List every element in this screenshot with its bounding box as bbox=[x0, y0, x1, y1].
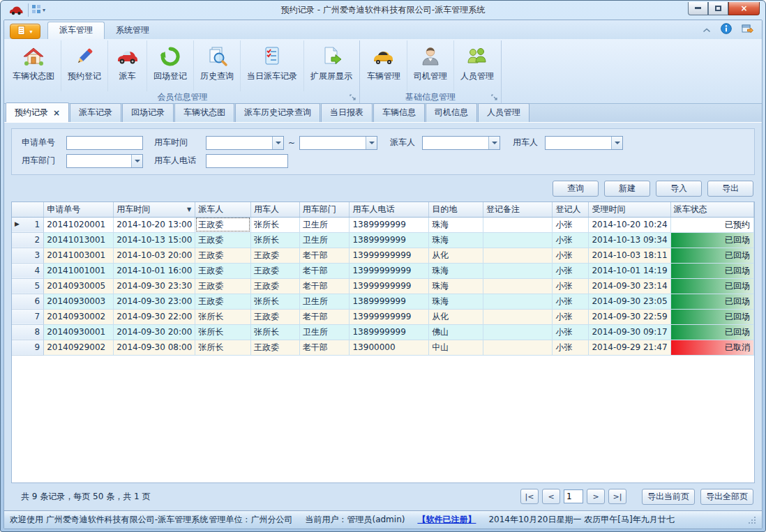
row-header[interactable]: 9 bbox=[12, 340, 44, 355]
grid-cell[interactable]: 王政委 bbox=[195, 278, 251, 294]
ribbon-button[interactable]: 人员管理 bbox=[454, 40, 500, 91]
ribbon-button[interactable]: 司机管理 bbox=[407, 40, 454, 91]
document-tab[interactable]: 派车记录 bbox=[70, 103, 121, 122]
document-tab[interactable]: 预约记录× bbox=[6, 102, 69, 122]
grid-cell[interactable]: 13999999999 bbox=[350, 309, 429, 324]
grid-cell[interactable]: 王政委 bbox=[195, 263, 251, 278]
document-tab[interactable]: 回场记录 bbox=[122, 103, 174, 122]
grid-cell[interactable]: 2014-09-30 23:00 bbox=[114, 294, 195, 309]
column-header[interactable]: 目的地 bbox=[429, 202, 483, 217]
grid-cell[interactable]: 佛山 bbox=[429, 324, 483, 340]
grid-cell[interactable]: 珠海 bbox=[429, 263, 483, 278]
resize-grip[interactable] bbox=[748, 516, 756, 524]
column-header[interactable]: 用车人 bbox=[250, 202, 299, 217]
grid-cell[interactable]: 王政委 bbox=[250, 263, 299, 278]
grid-cell[interactable]: 13999999999 bbox=[350, 248, 429, 263]
license-registered-link[interactable]: 【软件已注册】 bbox=[417, 514, 476, 526]
table-row[interactable]: 4201410010012014-10-01 16:00王政委王政委老干部139… bbox=[12, 263, 754, 278]
row-header[interactable]: 4 bbox=[12, 263, 44, 278]
grid-cell[interactable]: 卫生所 bbox=[299, 232, 350, 248]
grid-cell[interactable]: 1389999999 bbox=[350, 232, 429, 248]
grid-cell[interactable]: 张所长 bbox=[250, 294, 299, 309]
grid-cell[interactable]: 王政委 bbox=[195, 294, 251, 309]
grid-cell[interactable]: 已回场 bbox=[670, 278, 753, 294]
department-select[interactable] bbox=[66, 154, 143, 168]
grid-cell[interactable] bbox=[483, 217, 553, 232]
row-header[interactable]: 7 bbox=[12, 309, 44, 324]
document-tab[interactable]: 司机信息 bbox=[426, 103, 477, 122]
export-current-page-button[interactable]: 导出当前页 bbox=[642, 489, 695, 505]
column-header[interactable]: 受理时间 bbox=[589, 202, 670, 217]
application-menu-button[interactable]: ▾ bbox=[10, 24, 40, 39]
grid-cell[interactable]: 小张 bbox=[553, 217, 589, 232]
grid-cell[interactable]: 从化 bbox=[429, 248, 483, 263]
grid-cell[interactable]: 13999999999 bbox=[350, 263, 429, 278]
use-time-to-select[interactable] bbox=[299, 136, 377, 150]
grid-cell[interactable]: 2014-09-29 21:47 bbox=[589, 340, 670, 355]
row-header[interactable]: 6 bbox=[12, 294, 44, 309]
grid-cell[interactable]: 卫生所 bbox=[299, 324, 350, 340]
grid-cell[interactable]: 小张 bbox=[553, 263, 589, 278]
prev-page-button[interactable]: < bbox=[542, 489, 560, 504]
row-header[interactable]: ▶1 bbox=[12, 217, 44, 232]
grid-cell[interactable]: 小张 bbox=[553, 309, 589, 324]
grid-cell[interactable]: 已回场 bbox=[670, 232, 753, 248]
grid-cell[interactable]: 2014-10-03 18:11 bbox=[589, 248, 670, 263]
chevron-down-icon[interactable] bbox=[366, 137, 377, 149]
grid-cell[interactable]: 20140930005 bbox=[44, 278, 114, 294]
grid-cell[interactable]: 2014-09-30 22:59 bbox=[589, 309, 670, 324]
grid-cell[interactable]: 王政委 bbox=[195, 232, 251, 248]
column-header[interactable]: 申请单号 bbox=[44, 202, 114, 217]
grid-cell[interactable]: 王政委 bbox=[250, 309, 299, 324]
grid-cell[interactable]: 2014-09-30 20:00 bbox=[114, 324, 195, 340]
column-header[interactable]: 派车状态 bbox=[670, 202, 753, 217]
grid-cell[interactable]: 2014-10-03 20:00 bbox=[114, 248, 195, 263]
grid-cell[interactable]: 20140930001 bbox=[44, 324, 114, 340]
grid-cell[interactable]: 小张 bbox=[553, 278, 589, 294]
grid-cell[interactable]: 20141013001 bbox=[44, 232, 114, 248]
grid-cell[interactable]: 2014-10-20 10:24 bbox=[589, 217, 670, 232]
grid-cell[interactable]: 已回场 bbox=[670, 324, 753, 340]
grid-cell[interactable]: 2014-09-30 23:05 bbox=[589, 294, 670, 309]
document-tab[interactable]: 人员管理 bbox=[478, 103, 530, 122]
grid-cell[interactable]: 张所长 bbox=[250, 217, 299, 232]
grid-cell[interactable]: 13999999999 bbox=[350, 278, 429, 294]
grid-cell[interactable]: 2014-09-30 22:00 bbox=[114, 309, 195, 324]
grid-cell[interactable]: 小张 bbox=[553, 324, 589, 340]
grid-cell[interactable]: 20141001001 bbox=[44, 263, 114, 278]
grid-cell[interactable]: 中山 bbox=[429, 340, 483, 355]
column-header[interactable]: 用车部门 bbox=[299, 202, 350, 217]
document-tab[interactable]: 车辆状态图 bbox=[174, 103, 234, 122]
grid-cell[interactable]: 老干部 bbox=[299, 340, 350, 355]
last-page-button[interactable]: >| bbox=[608, 489, 626, 504]
ribbon-collapse-chevron-up-icon[interactable] bbox=[703, 25, 711, 35]
grid-cell[interactable]: 2014-09-30 09:17 bbox=[589, 324, 670, 340]
table-row[interactable]: ▶1201410200012014-10-20 13:00王政委张所长卫生所13… bbox=[12, 217, 754, 232]
export-button[interactable]: 导出 bbox=[707, 181, 753, 197]
info-icon[interactable] bbox=[721, 23, 732, 36]
apply-no-input[interactable] bbox=[66, 136, 143, 150]
row-header[interactable]: 2 bbox=[12, 232, 44, 248]
document-tab[interactable]: 车辆信息 bbox=[373, 103, 425, 122]
grid-cell[interactable]: 已取消 bbox=[670, 340, 753, 355]
grid-cell[interactable] bbox=[483, 278, 553, 294]
grid-cell[interactable]: 珠海 bbox=[429, 278, 483, 294]
grid-cell[interactable]: 已回场 bbox=[670, 294, 753, 309]
grid-cell[interactable]: 小张 bbox=[553, 340, 589, 355]
ribbon-button[interactable]: 车辆管理 bbox=[361, 40, 407, 91]
grid-cell[interactable] bbox=[483, 294, 553, 309]
row-header[interactable]: 8 bbox=[12, 324, 44, 340]
grid-cell[interactable]: 20140930002 bbox=[44, 309, 114, 324]
grid-cell[interactable]: 已回场 bbox=[670, 309, 753, 324]
grid-cell[interactable]: 1389999999 bbox=[350, 324, 429, 340]
grid-cell[interactable] bbox=[483, 263, 553, 278]
grid-cell[interactable]: 2014-09-30 23:30 bbox=[114, 278, 195, 294]
user-select[interactable] bbox=[545, 136, 623, 150]
next-page-button[interactable]: > bbox=[587, 489, 605, 504]
table-row[interactable]: 8201409300012014-09-30 20:00张所长张所长卫生所138… bbox=[12, 324, 754, 340]
grid-cell[interactable]: 卫生所 bbox=[299, 217, 350, 232]
grid-cell[interactable]: 老干部 bbox=[299, 309, 350, 324]
grid-cell[interactable]: 2014-10-01 16:00 bbox=[114, 263, 195, 278]
chevron-down-icon[interactable] bbox=[611, 137, 622, 149]
ribbon-button[interactable]: 扩展屏显示 bbox=[304, 40, 359, 91]
